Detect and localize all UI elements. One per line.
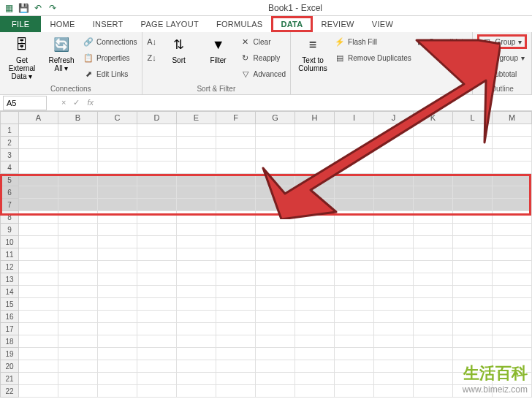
cell[interactable]	[295, 199, 335, 211]
row-header[interactable]: 13	[0, 273, 19, 286]
cell[interactable]	[453, 211, 493, 224]
cell[interactable]	[414, 298, 453, 311]
cell[interactable]	[374, 211, 414, 224]
cell[interactable]	[493, 199, 532, 211]
cell[interactable]	[177, 149, 216, 162]
cell[interactable]	[177, 373, 216, 385]
tab-page-layout[interactable]: PAGE LAYOUT	[132, 16, 208, 32]
cell[interactable]	[335, 236, 374, 248]
sort-desc-button[interactable]: Z↓	[147, 50, 157, 65]
cell[interactable]	[58, 137, 98, 149]
cell[interactable]	[19, 286, 58, 298]
redo-icon[interactable]: ↷	[47, 2, 58, 14]
cell[interactable]	[335, 137, 374, 149]
cell[interactable]	[453, 248, 493, 261]
cell[interactable]	[335, 261, 374, 273]
cell[interactable]	[374, 286, 414, 298]
cell[interactable]	[414, 124, 453, 137]
cell[interactable]	[19, 149, 58, 162]
cell[interactable]	[98, 137, 137, 149]
tab-review[interactable]: REVIEW	[313, 16, 363, 32]
cell[interactable]	[216, 261, 256, 273]
row-header[interactable]: 1	[0, 124, 19, 137]
cell[interactable]	[256, 199, 295, 211]
cell[interactable]	[295, 385, 335, 398]
cell[interactable]	[256, 137, 295, 149]
cell[interactable]	[58, 236, 98, 248]
cell[interactable]	[137, 186, 177, 199]
remove-duplicates-button[interactable]: ▤Remove Duplicates	[335, 50, 411, 65]
cell[interactable]	[374, 323, 414, 335]
cell[interactable]	[493, 311, 532, 323]
column-header[interactable]: L	[453, 111, 493, 124]
select-all-corner[interactable]	[0, 111, 19, 124]
cell[interactable]	[374, 124, 414, 137]
cell[interactable]	[256, 124, 295, 137]
cell[interactable]	[453, 174, 493, 186]
save-icon[interactable]: 💾	[18, 2, 29, 14]
cell[interactable]	[493, 248, 532, 261]
cell[interactable]	[295, 248, 335, 261]
cell[interactable]	[216, 348, 256, 360]
cell[interactable]	[19, 137, 58, 149]
cell[interactable]	[453, 186, 493, 199]
cell[interactable]	[335, 298, 374, 311]
cell[interactable]	[256, 373, 295, 385]
cell[interactable]	[216, 323, 256, 335]
column-header[interactable]: J	[374, 111, 414, 124]
filter-button[interactable]: ▼ Filter	[201, 34, 236, 64]
cell[interactable]	[493, 174, 532, 186]
cell[interactable]	[216, 149, 256, 162]
tab-insert[interactable]: INSERT	[84, 16, 132, 32]
cell[interactable]	[216, 373, 256, 385]
cell[interactable]	[335, 335, 374, 348]
sort-asc-button[interactable]: A↓	[147, 34, 157, 49]
cell[interactable]	[295, 124, 335, 137]
cell[interactable]	[295, 224, 335, 236]
cell[interactable]	[137, 174, 177, 186]
cell[interactable]	[137, 137, 177, 149]
cell[interactable]	[137, 211, 177, 224]
cell[interactable]	[58, 224, 98, 236]
cell[interactable]	[295, 137, 335, 149]
cell[interactable]	[414, 360, 453, 373]
cell[interactable]	[374, 360, 414, 373]
column-header[interactable]: A	[19, 111, 58, 124]
row-header[interactable]: 16	[0, 311, 19, 323]
cell[interactable]	[58, 360, 98, 373]
cell[interactable]	[335, 199, 374, 211]
cell[interactable]	[19, 211, 58, 224]
cell[interactable]	[216, 124, 256, 137]
cell[interactable]	[19, 373, 58, 385]
column-header[interactable]: I	[335, 111, 374, 124]
cell[interactable]	[493, 236, 532, 248]
cell[interactable]	[414, 261, 453, 273]
edit-links-button[interactable]: ⬈Edit Links	[83, 66, 137, 81]
cell[interactable]	[177, 211, 216, 224]
cell[interactable]	[216, 248, 256, 261]
ungroup-button[interactable]: ⊡Ungroup ▾	[477, 50, 528, 65]
cell[interactable]	[414, 149, 453, 162]
cell[interactable]	[335, 385, 374, 398]
cell[interactable]	[453, 261, 493, 273]
cell[interactable]	[453, 348, 493, 360]
cell[interactable]	[414, 162, 453, 174]
cell[interactable]	[335, 149, 374, 162]
cell[interactable]	[58, 149, 98, 162]
cell[interactable]	[453, 137, 493, 149]
consolidate-button[interactable]: ⊞Consolidate	[416, 34, 468, 49]
cell[interactable]	[453, 311, 493, 323]
cell[interactable]	[414, 236, 453, 248]
cell[interactable]	[374, 335, 414, 348]
cell[interactable]	[177, 298, 216, 311]
cell[interactable]	[98, 298, 137, 311]
cell[interactable]	[98, 373, 137, 385]
cell[interactable]	[493, 224, 532, 236]
cell[interactable]	[177, 186, 216, 199]
cell[interactable]	[453, 236, 493, 248]
cell[interactable]	[216, 199, 256, 211]
row-header[interactable]: 17	[0, 323, 19, 335]
cell[interactable]	[414, 335, 453, 348]
cell[interactable]	[58, 311, 98, 323]
cell[interactable]	[216, 385, 256, 398]
